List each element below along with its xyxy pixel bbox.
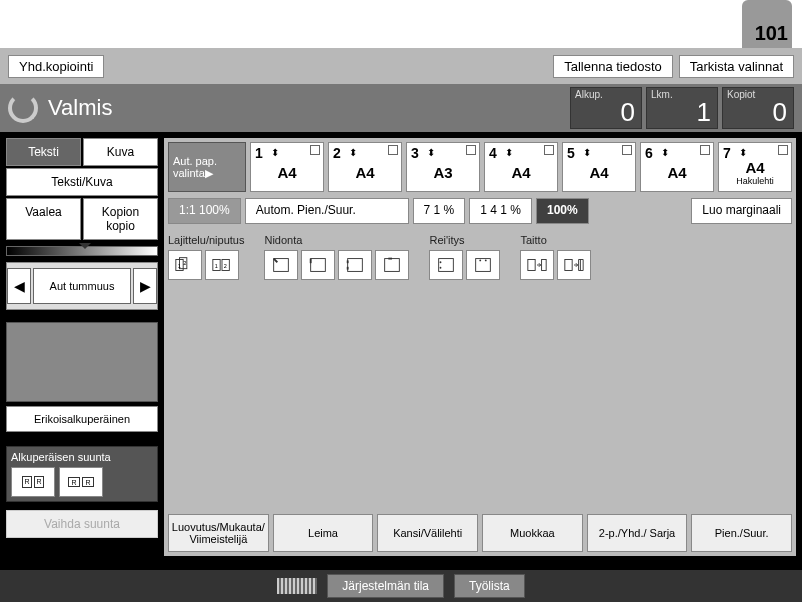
tray-3[interactable]: 3⬍A3 [406, 142, 480, 192]
tray-5[interactable]: 5⬍A4 [562, 142, 636, 192]
staple-4-button[interactable] [375, 250, 409, 280]
tab-cover[interactable]: Kansi/Välilehti [377, 514, 478, 552]
mode-textimage-button[interactable]: Teksti/Kuva [6, 168, 158, 196]
staple-label: Nidonta [264, 234, 409, 246]
fold-2-button[interactable] [557, 250, 591, 280]
paper-icon [310, 145, 320, 155]
mode-text-button[interactable]: Teksti [6, 138, 81, 166]
tray-4[interactable]: 4⬍A4 [484, 142, 558, 192]
page-number: 101 [755, 22, 788, 45]
spinner-icon [8, 93, 38, 123]
orientation-landscape-button[interactable]: RR [59, 467, 103, 497]
svg-rect-17 [439, 259, 454, 272]
staple-2-button[interactable] [301, 250, 335, 280]
tab-output[interactable]: Luovutus/Mukauta/ Viimeistelijä [168, 514, 269, 552]
orientation-title: Alkuperäisen suunta [11, 451, 153, 463]
fold-1-button[interactable] [520, 250, 554, 280]
svg-rect-10 [311, 259, 326, 272]
svg-rect-15 [385, 259, 400, 272]
change-direction-button[interactable]: Vaihda suunta [6, 510, 158, 538]
sort-collate-button[interactable]: 12 [168, 250, 202, 280]
preview-area [6, 322, 158, 402]
svg-text:2: 2 [224, 263, 227, 269]
tray-fill-icon: ⬍ [271, 147, 279, 158]
job-list-button[interactable]: Työlista [454, 574, 525, 598]
darkness-value[interactable]: Aut tummuus [33, 268, 131, 304]
fold-label: Taitto [520, 234, 591, 246]
staple-1-button[interactable] [264, 250, 298, 280]
system-status-button[interactable]: Järjestelmän tila [327, 574, 444, 598]
mode-copyofcopy-button[interactable]: Kopion kopio [83, 198, 158, 240]
punch-label: Rei'itys [429, 234, 500, 246]
darkness-right-button[interactable]: ▶ [133, 268, 157, 304]
svg-rect-24 [542, 260, 547, 271]
mode-light-button[interactable]: Vaalea [6, 198, 81, 240]
svg-text:1: 1 [178, 263, 181, 269]
counter-originals: Alkup. 0 [570, 87, 642, 129]
punch-1-button[interactable] [429, 250, 463, 280]
svg-rect-25 [565, 260, 572, 271]
punch-2-button[interactable] [466, 250, 500, 280]
sort-group-button[interactable]: 12 [205, 250, 239, 280]
tray-1[interactable]: 1⬍A4 [250, 142, 324, 192]
tab-edit[interactable]: Muokkaa [482, 514, 583, 552]
darkness-scale [6, 246, 158, 256]
mode-image-button[interactable]: Kuva [83, 138, 158, 166]
svg-rect-12 [348, 259, 363, 272]
special-original-button[interactable]: Erikoisalkuperäinen [6, 406, 158, 432]
orientation-portrait-button[interactable]: RR [11, 467, 55, 497]
create-margin-button[interactable]: Luo marginaali [691, 198, 792, 224]
counter-qty: Lkm. 1 [646, 87, 718, 129]
status-text: Valmis [48, 95, 566, 121]
zoom-100-button[interactable]: 100% [536, 198, 589, 224]
zoom-71-button[interactable]: 7 1 % [413, 198, 466, 224]
svg-rect-23 [528, 260, 535, 271]
combine-copy-button[interactable]: Yhd.kopiointi [8, 55, 104, 78]
svg-point-22 [485, 260, 487, 262]
tab-reduce[interactable]: Pien./Suur. [691, 514, 792, 552]
tab-duplex[interactable]: 2-p./Yhd./ Sarja [587, 514, 688, 552]
svg-rect-20 [476, 259, 491, 272]
check-options-button[interactable]: Tarkista valinnat [679, 55, 794, 78]
tray-7[interactable]: 7⬍A4Hakulehti [718, 142, 792, 192]
staple-3-button[interactable] [338, 250, 372, 280]
zoom-1to1-button[interactable]: 1:1 100% [168, 198, 241, 224]
zoom-141-button[interactable]: 1 4 1 % [469, 198, 532, 224]
svg-point-18 [440, 261, 442, 263]
darkness-left-button[interactable]: ◀ [7, 268, 31, 304]
save-file-button[interactable]: Tallenna tiedosto [553, 55, 673, 78]
counter-copies: Kopiot 0 [722, 87, 794, 129]
zoom-auto-button[interactable]: Autom. Pien./Suur. [245, 198, 409, 224]
footer-stripe-icon [277, 578, 317, 594]
tray-2[interactable]: 2⬍A4 [328, 142, 402, 192]
svg-line-9 [274, 259, 278, 263]
svg-point-21 [480, 260, 482, 262]
tray-6[interactable]: 6⬍A4 [640, 142, 714, 192]
tray-auto-button[interactable]: Aut. pap. valinta▶ [168, 142, 246, 192]
sort-label: Lajittelu/niputus [168, 234, 244, 246]
svg-point-19 [440, 267, 442, 269]
svg-text:2: 2 [183, 260, 186, 266]
tab-stamp[interactable]: Leima [273, 514, 374, 552]
svg-text:1: 1 [215, 263, 218, 269]
